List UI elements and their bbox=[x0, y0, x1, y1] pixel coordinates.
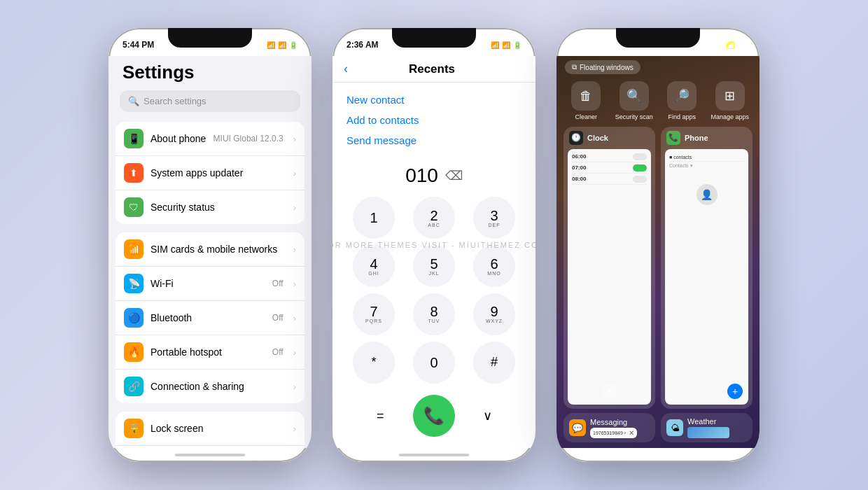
about-value: MIUI Global 12.0.3 bbox=[214, 134, 284, 144]
sim-chevron: › bbox=[293, 244, 296, 255]
signal-icon-2: 📶 bbox=[491, 41, 499, 49]
home-indicator-3 bbox=[556, 448, 760, 462]
dialer-actions: = 📞 ∨ bbox=[332, 389, 536, 448]
search-icon: 🔍 bbox=[128, 96, 139, 106]
signal-icon-3: 📶 bbox=[726, 41, 734, 49]
contact-avatar: 👤 bbox=[696, 184, 718, 205]
search-placeholder: Search settings bbox=[144, 96, 206, 106]
messaging-icon: 💬 bbox=[569, 419, 586, 436]
manage-apps-label: Manage apps bbox=[710, 113, 749, 121]
updater-chevron: › bbox=[293, 168, 296, 178]
phone-card-header: 📞 Phone bbox=[661, 127, 752, 149]
clock-app-title: Clock bbox=[587, 134, 608, 142]
home-bar-3 bbox=[623, 454, 693, 456]
clock-card[interactable]: 🕐 Clock 06:00 07:00 08: bbox=[564, 127, 655, 409]
settings-item-wifi[interactable]: 📡 Wi-Fi Off › bbox=[115, 267, 304, 301]
phone-card[interactable]: 📞 Phone ■ contacts Contacts ▾ 👤 + bbox=[661, 127, 752, 409]
qa-security[interactable]: 🔍 Security scan bbox=[612, 81, 657, 121]
dial-0[interactable]: 0 bbox=[413, 342, 455, 384]
phone-dialer: 2:36 AM 📶 📶 🔋 ‹ Recents New contact Add … bbox=[332, 28, 536, 462]
connection-icon: 🔗 bbox=[124, 377, 144, 396]
search-bar[interactable]: 🔍 Search settings bbox=[120, 90, 300, 112]
weather-icon: 🌤 bbox=[666, 419, 683, 436]
find-apps-icon: 🔎 bbox=[667, 81, 696, 111]
dial-7[interactable]: 7PQRS bbox=[353, 293, 395, 335]
phone-settings: 5:44 PM 📶 📶 🔋 Settings 🔍 Search settings… bbox=[108, 28, 312, 462]
settings-section-2: 📶 SIM cards & mobile networks › 📡 Wi-Fi … bbox=[115, 232, 304, 403]
connection-label: Connection & sharing bbox=[150, 381, 286, 392]
dial-4[interactable]: 4GHI bbox=[353, 245, 395, 287]
messaging-preview-text: 19765319849 › bbox=[593, 430, 626, 435]
send-message-action[interactable]: Send message bbox=[346, 130, 522, 150]
wifi-chevron: › bbox=[293, 279, 296, 289]
alarm-toggle-3[interactable] bbox=[633, 176, 647, 183]
settings-item-bluetooth[interactable]: 🔵 Bluetooth Off › bbox=[115, 301, 304, 335]
home-bar-1 bbox=[175, 454, 245, 456]
dialed-number: 010 bbox=[405, 164, 438, 187]
dialer-header: ‹ Recents bbox=[332, 56, 536, 83]
bottom-apps: 💬 Messaging 19765319849 › ✕ 🌤 Weather bbox=[556, 409, 760, 448]
alarm-toggle-1[interactable] bbox=[633, 153, 647, 160]
dial-star[interactable]: * bbox=[353, 342, 395, 384]
settings-item-sim[interactable]: 📶 SIM cards & mobile networks › bbox=[115, 232, 304, 267]
floating-icon: ⧉ bbox=[572, 63, 577, 71]
lockscreen-icon: 🔒 bbox=[124, 419, 144, 438]
dialpad-chevron[interactable]: ∨ bbox=[467, 395, 509, 437]
settings-item-security[interactable]: 🛡 Security status › bbox=[115, 190, 304, 224]
alarm-row-3: 08:00 bbox=[572, 176, 647, 185]
add-contact-btn[interactable]: + bbox=[727, 384, 743, 399]
add-alarm-btn[interactable]: + bbox=[602, 384, 617, 399]
alarm-toggle-2[interactable] bbox=[633, 164, 647, 172]
qa-manage[interactable]: ⊞ Manage apps bbox=[708, 81, 753, 121]
qa-cleaner[interactable]: 🗑 Cleaner bbox=[564, 81, 609, 121]
qa-find[interactable]: 🔎 Find apps bbox=[659, 81, 705, 121]
settings-item-hotspot[interactable]: 🔥 Portable hotspot Off › bbox=[115, 335, 304, 370]
status-icons-2: 📶 📶 🔋 bbox=[491, 41, 522, 49]
hotspot-label: Portable hotspot bbox=[150, 346, 265, 358]
contacts-actions: New contact Add to contacts Send message bbox=[332, 83, 536, 158]
close-preview-btn[interactable]: ✕ bbox=[629, 429, 634, 437]
weather-info: Weather bbox=[687, 417, 729, 438]
add-contact-action[interactable]: Add to contacts bbox=[346, 110, 522, 130]
dial-5[interactable]: 5JKL bbox=[413, 245, 455, 287]
sim-icon: 📶 bbox=[124, 239, 144, 259]
dial-9[interactable]: 9WXYZ bbox=[473, 293, 515, 335]
back-button[interactable]: ‹ bbox=[344, 62, 348, 76]
weather-app[interactable]: 🌤 Weather bbox=[661, 413, 752, 442]
clock-alarms: 06:00 07:00 08:00 bbox=[572, 153, 647, 185]
dial-3[interactable]: 3DEF bbox=[473, 197, 515, 239]
settings-item-lockscreen[interactable]: 🔒 Lock screen › bbox=[115, 412, 304, 446]
dial-2[interactable]: 2ABC bbox=[413, 197, 455, 239]
status-icons-3: 📶 🔋 bbox=[726, 41, 746, 49]
settings-item-updater[interactable]: ⬆ System apps updater › bbox=[115, 156, 304, 190]
notch-2 bbox=[392, 28, 476, 48]
manage-apps-icon: ⊞ bbox=[715, 81, 745, 111]
status-icons-1: 📶 📶 🔋 bbox=[267, 41, 298, 49]
cleaner-icon: 🗑 bbox=[571, 81, 601, 111]
dial-hash[interactable]: # bbox=[473, 342, 515, 384]
floating-label: Floating windows bbox=[580, 64, 634, 71]
lockscreen-chevron: › bbox=[293, 424, 296, 434]
backspace-button[interactable]: ⌫ bbox=[445, 168, 463, 183]
clock-card-body: 06:00 07:00 08:00 + bbox=[568, 149, 651, 405]
dialpad-equals[interactable]: = bbox=[359, 395, 401, 437]
dial-1[interactable]: 1 bbox=[353, 197, 395, 239]
phone-app-icon: 📞 bbox=[666, 131, 680, 145]
bluetooth-icon: 🔵 bbox=[124, 308, 144, 328]
hotspot-icon: 🔥 bbox=[124, 342, 144, 362]
about-chevron: › bbox=[293, 134, 296, 144]
settings-item-about[interactable]: 📱 About phone MIUI Global 12.0.3 › bbox=[115, 122, 304, 156]
dial-6[interactable]: 6MNO bbox=[473, 245, 515, 287]
dial-8[interactable]: 8TUV bbox=[413, 293, 455, 335]
bluetooth-label: Bluetooth bbox=[150, 312, 265, 323]
new-contact-action[interactable]: New contact bbox=[346, 90, 522, 110]
app-cards: 🕐 Clock 06:00 07:00 08: bbox=[556, 127, 760, 409]
home-indicator-2 bbox=[332, 448, 536, 462]
settings-item-connection[interactable]: 🔗 Connection & sharing › bbox=[115, 370, 304, 403]
phone-multitask: 5:44 PM 📶 🔋 ⧉ Floating windows 🗑 Cleaner… bbox=[556, 28, 760, 462]
battery-icon: 🔋 bbox=[289, 41, 298, 49]
floating-windows-btn[interactable]: ⧉ Floating windows bbox=[565, 60, 640, 74]
messaging-app[interactable]: 💬 Messaging 19765319849 › ✕ bbox=[564, 413, 655, 442]
messaging-info: Messaging 19765319849 › ✕ bbox=[590, 418, 637, 438]
call-button[interactable]: 📞 bbox=[413, 395, 455, 437]
